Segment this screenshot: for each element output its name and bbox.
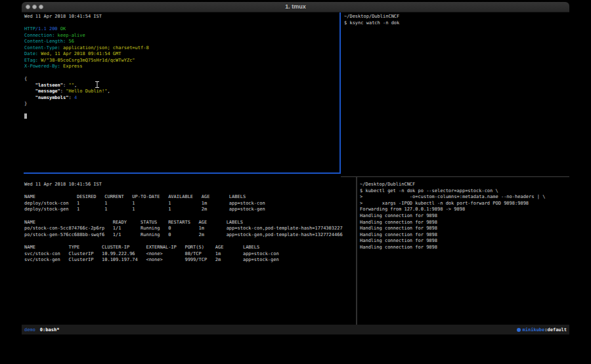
- terminal-line: Handling connection for 9898: [360, 213, 569, 220]
- terminal-line: [24, 70, 341, 77]
- session-name: demo: [24, 327, 35, 333]
- terminal-line: ~/Desktop/DublinCNCF: [344, 14, 569, 20]
- terminal-line: [24, 20, 341, 27]
- terminal-window: 1. tmux Wed 11 Apr 2018 10:41:54 IST HTT…: [22, 2, 569, 334]
- active-window-label: 0:bash*: [40, 327, 60, 333]
- pane-divider-horizontal-left[interactable]: [24, 172, 341, 174]
- terminal-line: {: [24, 76, 341, 83]
- pane-kubectl-resources[interactable]: Wed 11 Apr 2018 10:41:56 IST NAME DESIRE…: [22, 174, 359, 325]
- terminal-line: > xargs -IPOD kubectl -n dok port-forwar…: [360, 201, 569, 207]
- terminal-line: Content-Length: 56: [24, 39, 341, 45]
- terminal-line: $ kubectl get -n dok po --selector=app=s…: [360, 188, 569, 195]
- terminal-line: Connection: keep-alive: [24, 33, 341, 39]
- tmux-status-bar: demo 0:bash* minikube :default: [22, 325, 569, 334]
- terminal-line: Wed 11 Apr 2018 10:41:54 IST: [24, 14, 341, 20]
- terminal-line: Forwarding from 127.0.0.1:9898 -> 9898: [360, 207, 569, 213]
- terminal-line: Content-Type: application/json; charset=…: [24, 45, 341, 52]
- tmux-session: Wed 11 Apr 2018 10:41:54 IST HTTP/1.1 20…: [22, 12, 569, 334]
- pane-http-response[interactable]: Wed 11 Apr 2018 10:41:54 IST HTTP/1.1 20…: [22, 12, 341, 174]
- terminal-line: ~/Desktop/DublinCNCF: [360, 182, 569, 188]
- pane-port-forward[interactable]: ~/Desktop/DublinCNCF$ kubectl get -n dok…: [358, 174, 569, 325]
- terminal-line: [24, 113, 341, 120]
- terminal-line: Wed 11 Apr 2018 10:41:56 IST: [24, 182, 359, 188]
- terminal-line: > -o=custom-columns=:metadata.name --no-…: [360, 194, 569, 201]
- terminal-line: "lastseen": "",: [24, 83, 341, 89]
- terminal-line: po/stock-gen-576cc688bb-swqf6 1/1 Runnin…: [24, 232, 359, 239]
- terminal-line: Handling connection for 9898: [360, 220, 569, 226]
- kube-namespace: :default: [544, 327, 567, 333]
- terminal-line: po/stock-con-5cc874766c-2p6rp 1/1 Runnin…: [24, 226, 359, 232]
- terminal-line: NAME TYPE CLUSTER-IP EXTERNAL-IP PORT(S)…: [24, 245, 359, 251]
- terminal-line: Handling connection for 9898: [360, 226, 569, 232]
- window-title: 1. tmux: [22, 3, 569, 10]
- pane-divider-vertical-bottom[interactable]: [356, 177, 357, 325]
- terminal-line: "message": "Hello Dublin!",: [24, 89, 341, 95]
- kube-context: minikube: [523, 327, 545, 333]
- pane-divider-horizontal-right[interactable]: [341, 176, 569, 177]
- terminal-line: [24, 238, 359, 245]
- terminal-line: [24, 188, 359, 195]
- terminal-line: $ ksync watch -n dok: [344, 20, 569, 27]
- pane-divider-vertical-top[interactable]: [339, 12, 341, 174]
- terminal-line: deploy/stock-gen 1 1 1 1 2m app=stock-ge…: [24, 207, 359, 213]
- terminal-line: }: [24, 101, 341, 108]
- terminal-line: Handling connection for 9898: [360, 245, 569, 251]
- terminal-line: svc/stock-con ClusterIP 10.99.222.96 <no…: [24, 251, 359, 258]
- terminal-line: Handling connection for 9898: [360, 238, 569, 245]
- title-bar[interactable]: 1. tmux: [22, 2, 569, 12]
- terminal-line: deploy/stock-con 1 1 1 1 1m app=stock-co…: [24, 201, 359, 207]
- terminal-line: HTTP/1.1 200 OK: [24, 26, 341, 33]
- terminal-line: Handling connection for 9898: [360, 232, 569, 239]
- terminal-line: ETag: W/"38-05coCsrg3mQ75sHr1d/qcWTwYZc": [24, 58, 341, 64]
- terminal-line: "numsymbols": 4: [24, 95, 341, 102]
- terminal-line: NAME READY STATUS RESTARTS AGE LABELS: [24, 220, 359, 226]
- terminal-line: [24, 108, 341, 114]
- kubernetes-icon: [517, 328, 521, 332]
- terminal-line: [24, 213, 359, 220]
- terminal-line: Date: Wed, 11 Apr 2018 09:41:54 GMT: [24, 51, 341, 58]
- i-beam-cursor: [95, 81, 100, 89]
- terminal-line: X-Powered-By: Express: [24, 64, 341, 70]
- terminal-line: NAME DESIRED CURRENT UP-TO-DATE AVAILABL…: [24, 194, 359, 201]
- status-bar-right: minikube :default: [517, 327, 567, 333]
- pane-ksync-watch[interactable]: ~/Desktop/DublinCNCF$ ksync watch -n dok: [341, 12, 569, 174]
- desktop-background: 1. tmux Wed 11 Apr 2018 10:41:54 IST HTT…: [0, 0, 591, 364]
- terminal-line: svc/stock-gen ClusterIP 10.109.197.74 <n…: [24, 257, 359, 264]
